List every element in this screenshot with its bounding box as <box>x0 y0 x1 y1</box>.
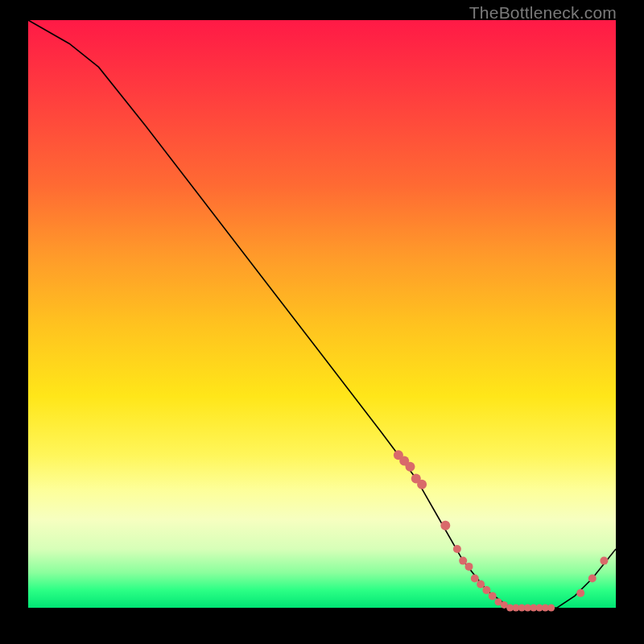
marker-dot <box>576 589 584 597</box>
marker-dot <box>588 575 597 583</box>
marker-dot <box>471 575 479 583</box>
chart-overlay <box>28 20 616 608</box>
marker-dot <box>465 563 473 571</box>
bottleneck-curve <box>28 20 616 608</box>
marker-dot <box>417 480 427 489</box>
marker-dot <box>600 557 608 565</box>
chart-frame: TheBottleneck.com <box>0 0 644 644</box>
marker-dot <box>459 557 467 565</box>
marker-dot <box>453 545 461 553</box>
marker-dot <box>406 462 415 472</box>
marker-dot <box>482 586 490 594</box>
marker-dot <box>440 521 450 530</box>
marker-dot <box>477 580 485 588</box>
marker-group <box>394 450 609 611</box>
marker-dot <box>547 605 555 612</box>
marker-dot <box>489 592 497 600</box>
